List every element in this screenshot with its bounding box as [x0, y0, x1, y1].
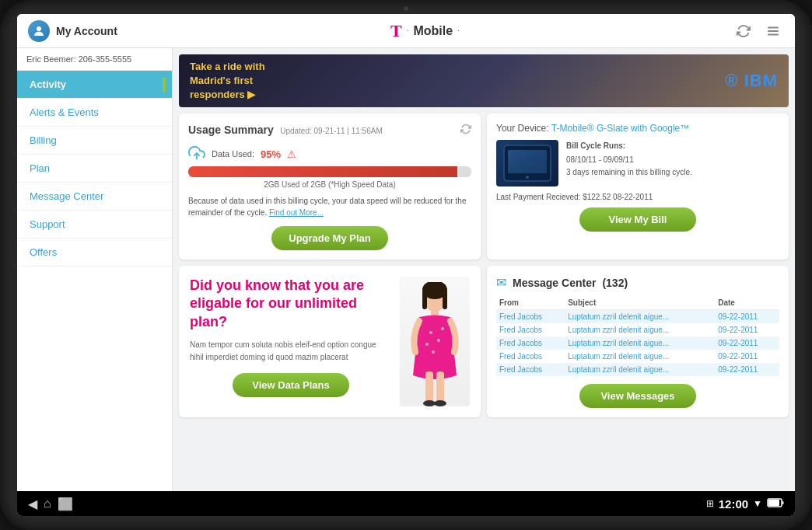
clock: 12:00 — [719, 497, 748, 511]
promo-headline: Did you know that you are eligable for o… — [190, 277, 392, 331]
payment-amount: $122.52 — [583, 193, 611, 201]
msg-from: Fred Jacobs — [496, 350, 565, 363]
table-row[interactable]: Fred Jacobs Luptatum zzril delenit aigue… — [496, 336, 779, 350]
refresh-icon[interactable] — [733, 20, 754, 42]
table-row[interactable]: Fred Jacobs Luptatum zzril delenit aigue… — [496, 350, 779, 363]
top-bar-right — [733, 20, 784, 42]
msg-from: Fred Jacobs — [496, 363, 565, 376]
view-data-plans-btn[interactable]: View Data Plans — [233, 373, 349, 397]
sidebar-item-alerts[interactable]: Alerts & Events — [17, 99, 172, 127]
tmobile-name: Mobile — [413, 24, 453, 38]
msg-count: (132) — [602, 277, 628, 289]
promo-text-col: Did you know that you are eligable for o… — [190, 277, 392, 406]
signal-icon: ▼ — [753, 498, 762, 509]
days-remaining: 3 days remaining in this billing cycle. — [566, 168, 692, 176]
view-messages-btn-row: View Messages — [496, 384, 779, 408]
usage-refresh-btn[interactable] — [460, 124, 471, 137]
svg-point-18 — [432, 350, 435, 354]
usage-title: Usage Summary — [188, 124, 274, 136]
view-bill-btn-row: View My Bill — [496, 207, 779, 232]
col-from: From — [496, 296, 565, 310]
upgrade-btn-row: Upgrade My Plan — [188, 226, 471, 250]
upgrade-plan-btn[interactable]: Upgrade My Plan — [271, 226, 388, 250]
find-out-link[interactable]: Find out More... — [269, 208, 324, 217]
table-row[interactable]: Fred Jacobs Luptatum zzril delenit aigue… — [496, 323, 779, 336]
svg-rect-20 — [436, 371, 444, 403]
msg-date: 09-22-2011 — [715, 350, 779, 363]
home-btn[interactable]: ⌂ — [44, 497, 51, 511]
sidebar-nav: Activity Alerts & Events Billing Plan Me… — [17, 71, 172, 491]
banner-line1: Take a ride with — [190, 61, 265, 72]
sidebar-item-plan[interactable]: Plan — [17, 155, 172, 183]
message-center-card: ✉ Message Center (132) From Subject Date — [487, 266, 789, 417]
top-bar: My Account T · Mobile · — [17, 14, 795, 48]
usage-header: Usage Summary Updated: 09-21-11 | 11:56A… — [188, 123, 471, 137]
usage-updated: Updated: 09-21-11 | 11:56AM — [280, 127, 383, 135]
menu-icon[interactable] — [762, 20, 784, 42]
svg-point-8 — [526, 176, 529, 179]
msg-subject: Luptatum zzril delenit aigue... — [565, 323, 715, 336]
progress-bar — [188, 166, 471, 177]
content-area: Take a ride with Madrid's first responde… — [173, 48, 795, 491]
table-row[interactable]: Fred Jacobs Luptatum zzril delenit aigue… — [496, 363, 779, 376]
usage-desc: Because of data used in this billing cyc… — [188, 195, 471, 218]
bill-cycle-label: Bill Cycle Runs: — [566, 140, 692, 152]
msg-table: From Subject Date Fred Jacobs Luptatum z… — [496, 296, 779, 376]
svg-rect-24 — [782, 501, 784, 504]
svg-rect-12 — [443, 290, 447, 309]
sidebar-item-activity[interactable]: Activity — [17, 71, 172, 99]
tmobile-logo: T · Mobile · — [390, 21, 460, 41]
svg-rect-19 — [425, 371, 433, 403]
svg-rect-11 — [422, 290, 427, 309]
msg-subject: Luptatum zzril delenit aigue... — [565, 350, 715, 363]
data-used-label: Data Used: — [212, 149, 254, 159]
sidebar-item-message-center[interactable]: Message Center — [17, 183, 172, 211]
msg-title: Message Center — [513, 277, 596, 289]
banner-text: Take a ride with Madrid's first responde… — [190, 60, 265, 103]
table-row[interactable]: Fred Jacobs Luptatum zzril delenit aigue… — [496, 310, 779, 324]
ibm-logo: ® IBM — [725, 71, 778, 91]
msg-date: 09-22-2011 — [715, 310, 779, 324]
msg-from: Fred Jacobs — [496, 323, 565, 336]
view-bill-btn[interactable]: View My Bill — [579, 207, 696, 232]
screen-icon: ⊞ — [706, 498, 714, 509]
avatar — [28, 20, 50, 42]
promo-card: Did you know that you are eligable for o… — [179, 266, 481, 417]
alert-icon: ⚠ — [287, 148, 296, 160]
upload-cloud-icon — [188, 145, 205, 163]
banner-ad: Take a ride with Madrid's first responde… — [179, 54, 789, 107]
usage-summary-card: Usage Summary Updated: 09-21-11 | 11:56A… — [179, 113, 481, 260]
message-icon: ✉ — [496, 275, 506, 290]
status-left: ◀ ⌂ ⬜ — [28, 497, 73, 511]
tablet-screen: My Account T · Mobile · — [17, 14, 795, 516]
svg-point-21 — [423, 400, 436, 406]
data-label: Data Used: 95% ⚠ — [188, 145, 471, 163]
tmobile-dot2: · — [457, 26, 460, 35]
device-name-link[interactable]: T-Mobile® G-Slate with Google™ — [551, 123, 690, 134]
usage-title-wrap: Usage Summary Updated: 09-21-11 | 11:56A… — [188, 123, 383, 137]
msg-date: 09-22-2011 — [715, 323, 779, 336]
data-amount: 2GB Used of 2GB (*High Speed Data) — [188, 180, 471, 189]
svg-point-17 — [441, 327, 444, 330]
sidebar-item-support[interactable]: Support — [17, 211, 172, 239]
two-col-grid: Usage Summary Updated: 09-21-11 | 11:56A… — [173, 113, 795, 424]
view-messages-btn[interactable]: View Messages — [579, 384, 696, 408]
device-header-pre: Your Device: — [496, 123, 551, 134]
back-btn[interactable]: ◀ — [28, 497, 37, 511]
msg-from: Fred Jacobs — [496, 310, 565, 324]
col-subject: Subject — [565, 296, 715, 310]
svg-point-15 — [437, 339, 440, 342]
camera — [404, 6, 408, 11]
sidebar-item-billing[interactable]: Billing — [17, 127, 172, 155]
promo-body: Nam tempor cum soluta nobis eleif-end op… — [190, 339, 392, 364]
svg-rect-7 — [508, 150, 547, 173]
payment-date: 08-22-2011 — [613, 193, 653, 201]
msg-subject: Luptatum zzril delenit aigue... — [565, 310, 715, 324]
main-area: Eric Beemer: 206-355-5555 Activity Alert… — [17, 48, 795, 491]
progress-fill — [188, 166, 457, 177]
device-header: Your Device: T-Mobile® G-Slate with Goog… — [496, 123, 779, 134]
svg-point-22 — [434, 400, 446, 406]
recents-btn[interactable]: ⬜ — [58, 497, 73, 511]
user-info: Eric Beemer: 206-355-5555 — [17, 48, 172, 71]
sidebar-item-offers[interactable]: Offers — [17, 239, 172, 267]
